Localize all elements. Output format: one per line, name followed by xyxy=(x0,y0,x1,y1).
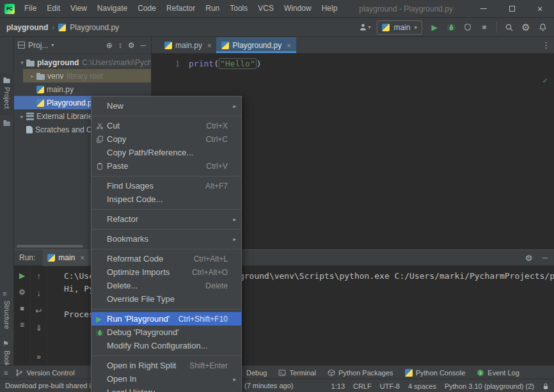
tree-item-playground[interactable]: ▾playgroundC:\Users\marki\Pych xyxy=(14,56,151,69)
menu-item-new[interactable]: New▸ xyxy=(91,99,241,113)
status-python-3-10-playground-2[interactable]: Python 3.10 (playground) (2) xyxy=(445,382,534,390)
menu-run[interactable]: Run xyxy=(200,0,225,17)
menu-item-delete[interactable]: Delete...Delete xyxy=(91,279,241,292)
minimize-button[interactable] xyxy=(470,0,498,17)
expand-collapse-icon[interactable]: ↕ xyxy=(118,42,122,49)
close-button[interactable]: × xyxy=(526,0,554,17)
chevron-right-icon[interactable]: ▸ xyxy=(18,113,26,120)
menu-item-find-usages[interactable]: Find UsagesAlt+F7 xyxy=(91,179,241,192)
notifications-button[interactable] xyxy=(535,20,550,35)
status-4-spaces[interactable]: 4 spaces xyxy=(408,382,436,390)
status-crlf[interactable]: CRLF xyxy=(353,382,372,390)
menu-vcs[interactable]: VCS xyxy=(253,0,279,17)
chevron-down-icon[interactable]: ▾ xyxy=(51,42,54,48)
status-utf-8[interactable]: UTF-8 xyxy=(380,382,400,390)
user-button[interactable]: ▾ xyxy=(357,20,372,35)
menu-item-copy-path-reference[interactable]: Copy Path/Reference... xyxy=(91,146,241,159)
menu-item-debug-playground[interactable]: Debug 'Playground' xyxy=(91,325,241,339)
menu-item-label: Cut xyxy=(107,121,120,130)
scroll-to-end-icon[interactable]: ⇓ xyxy=(35,324,42,333)
status-1-13[interactable]: 1:13 xyxy=(331,382,345,390)
stop-button[interactable]: ■ xyxy=(477,20,492,35)
menu-item-local-history[interactable]: Local History▸ xyxy=(91,386,241,392)
menu-tools[interactable]: Tools xyxy=(225,0,253,17)
tool-window-button-event-log[interactable]: 1Event Log xyxy=(477,369,519,377)
menu-item-run-playground[interactable]: ▶Run 'Playground'Ctrl+Shift+F10 xyxy=(91,312,241,325)
eventlog-icon: 1 xyxy=(477,369,484,377)
project-tab-label[interactable]: Proj... xyxy=(28,41,48,50)
run-config-selector[interactable]: main ▾ xyxy=(377,20,422,35)
editor-tab-main-py[interactable]: main.py× xyxy=(159,37,216,53)
run-button[interactable]: ▶ xyxy=(427,20,442,35)
hide-run-panel-icon[interactable]: ─ xyxy=(542,253,548,262)
project-stripe-icon[interactable] xyxy=(3,76,11,85)
menu-item-bookmarks[interactable]: Bookmarks▸ xyxy=(91,232,241,246)
stop-process-icon[interactable]: ■ xyxy=(20,305,24,312)
down-stack-icon[interactable]: ↓ xyxy=(37,289,41,298)
menu-item-open-in[interactable]: Open In▸ xyxy=(91,372,241,386)
maximize-button[interactable] xyxy=(498,0,526,17)
run-config-settings-icon[interactable]: ⚙ xyxy=(19,288,26,297)
tool-window-button-python-console[interactable]: Python Console xyxy=(405,369,466,377)
locate-file-icon[interactable]: ⊕ xyxy=(106,42,113,49)
bookmarks-stripe-icon[interactable]: ⚑ xyxy=(3,340,9,347)
close-tab-icon[interactable]: × xyxy=(287,42,290,49)
tool-window-button-terminal[interactable]: Terminal xyxy=(278,369,316,377)
menu-item-cut[interactable]: CutCtrl+X xyxy=(91,119,241,132)
inspections-ok-icon[interactable]: ✓ xyxy=(542,74,548,87)
menu-item-paste[interactable]: PasteCtrl+V xyxy=(91,159,241,173)
chevron-down-icon[interactable]: ▾ xyxy=(18,59,26,66)
horizontal-scrollbar[interactable] xyxy=(17,245,83,247)
menu-window[interactable]: Window xyxy=(279,0,317,17)
stripe-structure-button[interactable]: Structure xyxy=(3,301,11,329)
menu-navigate[interactable]: Navigate xyxy=(92,0,132,17)
debug-button[interactable] xyxy=(443,20,459,35)
stripe-toggle-icon[interactable]: ≡ xyxy=(4,369,8,377)
menu-item-refactor[interactable]: Refactor▸ xyxy=(91,212,241,226)
structure-stripe-icon[interactable]: ≡ xyxy=(3,290,6,297)
menu-refactor[interactable]: Refactor xyxy=(161,0,200,17)
menu-item-optimize-imports[interactable]: Optimize ImportsCtrl+Alt+O xyxy=(91,265,241,279)
menu-code[interactable]: Code xyxy=(132,0,161,17)
menu-item-inspect-code[interactable]: Inspect Code... xyxy=(91,192,241,206)
soft-wrap-icon[interactable]: ↩ xyxy=(35,306,42,315)
tree-item-venv[interactable]: ▸venvlibrary root xyxy=(14,69,151,82)
breadcrumb-file[interactable]: Playground.py xyxy=(70,23,119,32)
chevron-right-icon[interactable]: ▸ xyxy=(28,73,36,79)
favorites-stripe-icon[interactable] xyxy=(3,119,11,128)
up-stack-icon[interactable]: ↑ xyxy=(37,272,41,281)
breadcrumb-project[interactable]: playground xyxy=(6,23,48,32)
dump-threads-icon[interactable]: ≡ xyxy=(20,320,24,329)
settings-button[interactable]: ⚙ xyxy=(518,20,534,35)
pycharm-logo-icon[interactable]: PC xyxy=(4,4,15,14)
close-tab-icon[interactable]: × xyxy=(80,254,84,262)
coverage-button[interactable] xyxy=(460,20,475,35)
rerun-icon[interactable]: ▶ xyxy=(19,272,25,279)
menu-item-override-file-type[interactable]: Override File Type xyxy=(91,292,241,306)
tool-window-button-python-packages[interactable]: Python Packages xyxy=(328,369,393,377)
run-tab-main[interactable]: main × xyxy=(43,250,88,266)
more-actions-icon[interactable]: » xyxy=(36,352,41,361)
menu-item-open-in-right-split[interactable]: Open in Right SplitShift+Enter xyxy=(91,359,241,372)
editor-tab-playground-py[interactable]: Playground.py× xyxy=(216,37,296,53)
search-everywhere-button[interactable] xyxy=(502,20,517,35)
menu-edit[interactable]: Edit xyxy=(42,0,65,17)
stripe-project-button[interactable]: Project xyxy=(3,87,11,109)
search-icon xyxy=(505,23,514,32)
menu-item-reformat-code[interactable]: Reformat CodeCtrl+Alt+L xyxy=(91,252,241,265)
menu-help[interactable]: Help xyxy=(317,0,343,17)
panel-settings-icon[interactable]: ⚙ xyxy=(128,42,135,49)
git-widget[interactable]: (7 minutes ago) xyxy=(244,382,293,389)
menu-item-copy[interactable]: CopyCtrl+C xyxy=(91,132,241,146)
tool-window-button-version-control[interactable]: Version Control xyxy=(15,369,74,377)
run-settings-icon[interactable]: ⚙ xyxy=(525,254,533,262)
tab-options-icon[interactable]: ⋮ xyxy=(542,40,550,50)
code-line[interactable]: print("Hello") xyxy=(189,58,262,70)
hide-panel-icon[interactable]: ─ xyxy=(140,42,146,49)
menu-view[interactable]: View xyxy=(65,0,92,17)
tree-item-main-py[interactable]: main.py xyxy=(14,82,151,96)
menu-file[interactable]: File xyxy=(19,0,42,17)
menu-item-modify-run-configuration[interactable]: Modify Run Configuration... xyxy=(91,339,241,352)
lock-icon[interactable] xyxy=(542,382,549,390)
close-tab-icon[interactable]: × xyxy=(207,42,211,49)
